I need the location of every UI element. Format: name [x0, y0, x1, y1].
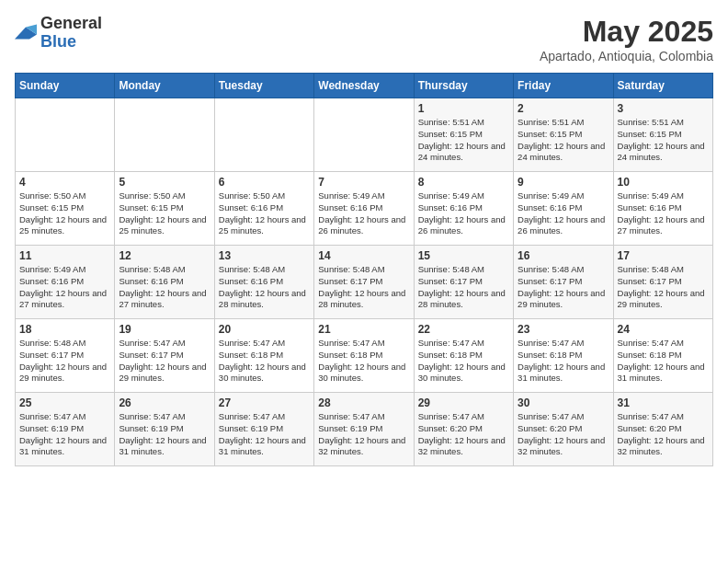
week-row-2: 11Sunrise: 5:49 AMSunset: 6:16 PMDayligh…: [16, 246, 713, 319]
day-number: 17: [618, 249, 709, 262]
day-info: Sunrise: 5:49 AMSunset: 6:16 PMDaylight:…: [19, 264, 110, 311]
day-number: 3: [618, 102, 709, 115]
week-row-4: 25Sunrise: 5:47 AMSunset: 6:19 PMDayligh…: [16, 393, 713, 466]
day-number: 9: [518, 176, 609, 189]
day-cell: 16Sunrise: 5:48 AMSunset: 6:17 PMDayligh…: [514, 246, 613, 319]
day-cell: 2Sunrise: 5:51 AMSunset: 6:15 PMDaylight…: [514, 98, 613, 172]
day-info: Sunrise: 5:47 AMSunset: 6:19 PMDaylight:…: [318, 411, 409, 458]
day-number: 6: [219, 176, 310, 189]
week-row-1: 4Sunrise: 5:50 AMSunset: 6:15 PMDaylight…: [16, 172, 713, 246]
logo-text: General Blue: [40, 15, 102, 52]
day-number: 7: [318, 176, 409, 189]
day-cell: 31Sunrise: 5:47 AMSunset: 6:20 PMDayligh…: [613, 393, 712, 466]
day-cell: 29Sunrise: 5:47 AMSunset: 6:20 PMDayligh…: [414, 393, 513, 466]
day-cell: 27Sunrise: 5:47 AMSunset: 6:19 PMDayligh…: [214, 393, 313, 466]
header-monday: Monday: [115, 74, 214, 98]
day-cell: 6Sunrise: 5:50 AMSunset: 6:16 PMDaylight…: [214, 172, 313, 246]
day-info: Sunrise: 5:48 AMSunset: 6:17 PMDaylight:…: [318, 264, 409, 311]
day-info: Sunrise: 5:49 AMSunset: 6:16 PMDaylight:…: [418, 190, 509, 237]
logo: General Blue: [15, 15, 102, 52]
header-wednesday: Wednesday: [314, 74, 414, 98]
day-cell: [16, 98, 115, 172]
day-info: Sunrise: 5:48 AMSunset: 6:17 PMDaylight:…: [518, 264, 609, 311]
day-number: 10: [618, 176, 709, 189]
day-info: Sunrise: 5:47 AMSunset: 6:20 PMDaylight:…: [418, 411, 509, 458]
day-cell: 7Sunrise: 5:49 AMSunset: 6:16 PMDaylight…: [314, 172, 414, 246]
header-tuesday: Tuesday: [214, 74, 313, 98]
day-number: 5: [119, 176, 210, 189]
day-cell: 26Sunrise: 5:47 AMSunset: 6:19 PMDayligh…: [115, 393, 214, 466]
day-info: Sunrise: 5:49 AMSunset: 6:16 PMDaylight:…: [618, 190, 709, 237]
day-cell: 8Sunrise: 5:49 AMSunset: 6:16 PMDaylight…: [414, 172, 513, 246]
day-cell: [115, 98, 214, 172]
day-number: 14: [318, 249, 409, 262]
day-cell: 13Sunrise: 5:48 AMSunset: 6:16 PMDayligh…: [214, 246, 313, 319]
day-number: 28: [318, 396, 409, 409]
day-number: 18: [19, 323, 110, 336]
day-number: 12: [119, 249, 210, 262]
header-row: SundayMondayTuesdayWednesdayThursdayFrid…: [16, 74, 713, 98]
header-friday: Friday: [514, 74, 613, 98]
day-cell: 1Sunrise: 5:51 AMSunset: 6:15 PMDaylight…: [414, 98, 513, 172]
day-cell: [314, 98, 414, 172]
page-title: May 2025: [540, 15, 713, 49]
day-info: Sunrise: 5:51 AMSunset: 6:15 PMDaylight:…: [618, 117, 709, 164]
day-info: Sunrise: 5:48 AMSunset: 6:17 PMDaylight:…: [618, 264, 709, 311]
day-number: 4: [19, 176, 110, 189]
day-info: Sunrise: 5:49 AMSunset: 6:16 PMDaylight:…: [518, 190, 609, 237]
week-row-3: 18Sunrise: 5:48 AMSunset: 6:17 PMDayligh…: [16, 319, 713, 393]
day-number: 16: [518, 249, 609, 262]
day-cell: 22Sunrise: 5:47 AMSunset: 6:18 PMDayligh…: [414, 319, 513, 393]
day-number: 22: [418, 323, 509, 336]
day-cell: 11Sunrise: 5:49 AMSunset: 6:16 PMDayligh…: [16, 246, 115, 319]
day-cell: [214, 98, 313, 172]
day-number: 13: [219, 249, 310, 262]
header-thursday: Thursday: [414, 74, 513, 98]
day-number: 31: [618, 396, 709, 409]
day-cell: 18Sunrise: 5:48 AMSunset: 6:17 PMDayligh…: [16, 319, 115, 393]
calendar-body: 1Sunrise: 5:51 AMSunset: 6:15 PMDaylight…: [16, 98, 713, 466]
calendar-table: SundayMondayTuesdayWednesdayThursdayFrid…: [15, 73, 713, 466]
day-number: 20: [219, 323, 310, 336]
page-subtitle: Apartado, Antioquia, Colombia: [540, 49, 713, 63]
day-cell: 24Sunrise: 5:47 AMSunset: 6:18 PMDayligh…: [613, 319, 712, 393]
day-info: Sunrise: 5:47 AMSunset: 6:18 PMDaylight:…: [418, 338, 509, 385]
day-info: Sunrise: 5:48 AMSunset: 6:17 PMDaylight:…: [19, 338, 110, 385]
day-number: 23: [518, 323, 609, 336]
day-info: Sunrise: 5:47 AMSunset: 6:18 PMDaylight:…: [518, 338, 609, 385]
day-cell: 15Sunrise: 5:48 AMSunset: 6:17 PMDayligh…: [414, 246, 513, 319]
logo-general-text: General: [40, 15, 102, 33]
day-cell: 30Sunrise: 5:47 AMSunset: 6:20 PMDayligh…: [514, 393, 613, 466]
day-info: Sunrise: 5:47 AMSunset: 6:20 PMDaylight:…: [518, 411, 609, 458]
logo-blue-text: Blue: [40, 33, 102, 52]
day-info: Sunrise: 5:50 AMSunset: 6:15 PMDaylight:…: [19, 190, 110, 237]
day-info: Sunrise: 5:49 AMSunset: 6:16 PMDaylight:…: [318, 190, 409, 237]
day-info: Sunrise: 5:50 AMSunset: 6:16 PMDaylight:…: [219, 190, 310, 237]
day-number: 24: [618, 323, 709, 336]
day-cell: 19Sunrise: 5:47 AMSunset: 6:17 PMDayligh…: [115, 319, 214, 393]
day-info: Sunrise: 5:47 AMSunset: 6:19 PMDaylight:…: [219, 411, 310, 458]
day-number: 15: [418, 249, 509, 262]
day-cell: 17Sunrise: 5:48 AMSunset: 6:17 PMDayligh…: [613, 246, 712, 319]
day-number: 25: [19, 396, 110, 409]
day-number: 1: [418, 102, 509, 115]
day-cell: 9Sunrise: 5:49 AMSunset: 6:16 PMDaylight…: [514, 172, 613, 246]
day-cell: 28Sunrise: 5:47 AMSunset: 6:19 PMDayligh…: [314, 393, 414, 466]
day-info: Sunrise: 5:48 AMSunset: 6:16 PMDaylight:…: [219, 264, 310, 311]
day-cell: 20Sunrise: 5:47 AMSunset: 6:18 PMDayligh…: [214, 319, 313, 393]
day-cell: 5Sunrise: 5:50 AMSunset: 6:15 PMDaylight…: [115, 172, 214, 246]
day-info: Sunrise: 5:47 AMSunset: 6:19 PMDaylight:…: [19, 411, 110, 458]
day-info: Sunrise: 5:47 AMSunset: 6:18 PMDaylight:…: [318, 338, 409, 385]
day-info: Sunrise: 5:50 AMSunset: 6:15 PMDaylight:…: [119, 190, 210, 237]
day-info: Sunrise: 5:47 AMSunset: 6:19 PMDaylight:…: [119, 411, 210, 458]
day-info: Sunrise: 5:48 AMSunset: 6:16 PMDaylight:…: [119, 264, 210, 311]
day-cell: 21Sunrise: 5:47 AMSunset: 6:18 PMDayligh…: [314, 319, 414, 393]
day-cell: 12Sunrise: 5:48 AMSunset: 6:16 PMDayligh…: [115, 246, 214, 319]
day-number: 2: [518, 102, 609, 115]
header-saturday: Saturday: [613, 74, 712, 98]
day-cell: 3Sunrise: 5:51 AMSunset: 6:15 PMDaylight…: [613, 98, 712, 172]
day-number: 19: [119, 323, 210, 336]
day-number: 27: [219, 396, 310, 409]
day-cell: 4Sunrise: 5:50 AMSunset: 6:15 PMDaylight…: [16, 172, 115, 246]
day-info: Sunrise: 5:47 AMSunset: 6:18 PMDaylight:…: [618, 338, 709, 385]
